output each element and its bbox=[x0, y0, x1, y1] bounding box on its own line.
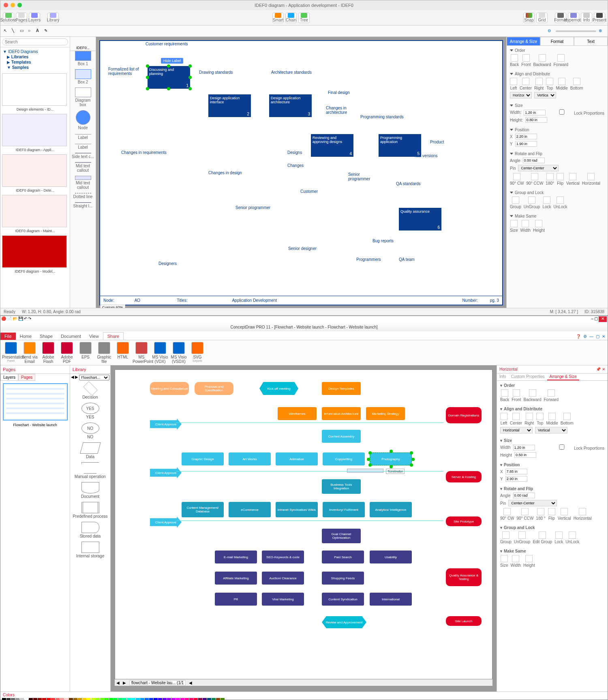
order-icon[interactable] bbox=[539, 54, 546, 62]
color-swatch[interactable] bbox=[78, 698, 82, 700]
same-icon[interactable] bbox=[512, 555, 519, 562]
canvas[interactable]: Discussing and planning1Design applicati… bbox=[96, 37, 506, 309]
pin-select[interactable]: Center-Center bbox=[518, 165, 559, 171]
thumb[interactable] bbox=[2, 235, 67, 268]
color-swatch[interactable] bbox=[136, 698, 140, 700]
mini-toolbar[interactable] bbox=[347, 469, 383, 473]
tb-chain[interactable]: Chain bbox=[285, 13, 297, 23]
lib-label2[interactable]: Label bbox=[72, 144, 94, 149]
tb-hypernote[interactable]: Hypernote bbox=[568, 13, 579, 23]
color-swatch[interactable] bbox=[64, 698, 69, 700]
flow-node[interactable]: eCommerce bbox=[229, 502, 271, 517]
color-swatch[interactable] bbox=[82, 698, 86, 700]
flow-node[interactable]: PR bbox=[215, 593, 257, 606]
lib-int[interactable]: Internal storage bbox=[70, 540, 110, 560]
angle-input[interactable] bbox=[513, 493, 535, 498]
color-swatch[interactable] bbox=[185, 698, 189, 700]
tab-document[interactable]: Document bbox=[57, 333, 85, 340]
thumb[interactable] bbox=[2, 73, 67, 106]
tab-arrange[interactable]: Arrange & Size bbox=[547, 373, 579, 380]
horizontal-select[interactable]: Horizontal bbox=[510, 92, 532, 98]
flow-node[interactable]: Marketing Strategy bbox=[366, 407, 405, 420]
tab-custom[interactable]: Custom Properties bbox=[509, 373, 547, 380]
color-swatch[interactable] bbox=[73, 698, 77, 700]
color-swatch[interactable] bbox=[113, 698, 118, 700]
lib-manual[interactable]: Manual operation bbox=[70, 461, 110, 480]
qat-icon[interactable]: 💾 bbox=[18, 316, 23, 322]
group-icon[interactable] bbox=[557, 196, 564, 204]
rotate-icon[interactable] bbox=[521, 508, 529, 515]
nav-libraries[interactable]: ▶ Libraries bbox=[3, 54, 67, 60]
h-select[interactable]: Horizontal bbox=[500, 427, 533, 433]
tab-share[interactable]: Share bbox=[103, 332, 124, 340]
color-swatch[interactable] bbox=[189, 698, 193, 700]
ribbon-eps[interactable]: EPS bbox=[77, 342, 94, 363]
rotate-icon[interactable] bbox=[557, 173, 564, 180]
group-icon[interactable] bbox=[539, 531, 546, 539]
flow-node[interactable]: Inventory/ Fulfilment bbox=[323, 502, 365, 517]
flow-node[interactable]: Meeting and Consultation bbox=[150, 382, 189, 395]
pointer-icon[interactable]: ↖ bbox=[4, 28, 9, 34]
color-swatch[interactable] bbox=[180, 698, 184, 700]
flow-node[interactable]: Shopping Feeds bbox=[322, 572, 364, 585]
milestone[interactable]: Site Prototype bbox=[446, 516, 482, 526]
flow-node[interactable]: Affiliate Marketing bbox=[215, 572, 257, 585]
flow-node[interactable]: Analytics/ Intelligence bbox=[370, 502, 412, 517]
color-swatch[interactable] bbox=[91, 698, 95, 700]
activity-box[interactable]: Quality assurance6 bbox=[399, 208, 441, 230]
tb-snap[interactable]: Snap bbox=[523, 13, 535, 23]
resize-handle[interactable] bbox=[146, 64, 149, 68]
lock-proportions[interactable] bbox=[551, 109, 573, 115]
flow-node-selected[interactable]: Photography bbox=[370, 452, 412, 465]
flow-node[interactable]: Wireframes bbox=[278, 407, 317, 420]
flow-node[interactable]: Business Tools Integration bbox=[322, 479, 361, 494]
rotate-icon[interactable] bbox=[561, 508, 568, 515]
lib-yes[interactable]: YESYES bbox=[70, 401, 110, 421]
color-swatch[interactable] bbox=[69, 698, 73, 700]
color-swatch[interactable] bbox=[145, 698, 149, 700]
flow-node[interactable]: E-mail Marketing bbox=[215, 551, 257, 563]
color-swatch[interactable] bbox=[100, 698, 104, 700]
lib-side[interactable]: Side text c... bbox=[72, 153, 94, 159]
align-icon[interactable] bbox=[563, 413, 571, 420]
same-icon[interactable] bbox=[522, 220, 529, 227]
milestone[interactable]: Server & Hosting bbox=[446, 471, 482, 482]
color-swatch[interactable] bbox=[2, 698, 6, 700]
qat-icon[interactable]: 📄 bbox=[7, 316, 12, 322]
color-swatch[interactable] bbox=[167, 698, 171, 700]
y-input[interactable] bbox=[505, 476, 527, 482]
rotate-icon[interactable] bbox=[569, 173, 576, 180]
tb-info[interactable]: Info bbox=[581, 13, 592, 23]
search-input[interactable] bbox=[2, 38, 68, 45]
color-swatch[interactable] bbox=[20, 698, 24, 700]
flow-node[interactable]: Proposal and Specification bbox=[195, 382, 233, 395]
lib-data[interactable]: Data bbox=[70, 441, 110, 461]
flow-node[interactable]: Goal Channel Optimization bbox=[322, 529, 361, 543]
color-swatch[interactable] bbox=[149, 698, 153, 700]
close-button[interactable]: ✕ bbox=[599, 316, 607, 322]
group-icon[interactable] bbox=[512, 196, 519, 204]
ribbon-ms-powerpoint[interactable]: MS PowerPoint bbox=[133, 342, 150, 363]
ribbon-svg[interactable]: SVGExports bbox=[188, 342, 206, 363]
zoom-in-icon[interactable]: ⊕ bbox=[599, 28, 604, 34]
tb-library[interactable]: Library bbox=[47, 13, 59, 23]
lib-label[interactable]: Label bbox=[72, 134, 94, 140]
width-input[interactable] bbox=[524, 110, 546, 115]
rotate-icon[interactable] bbox=[548, 508, 555, 515]
color-swatch[interactable] bbox=[122, 698, 126, 700]
client-approve[interactable]: Client Approve bbox=[150, 418, 182, 430]
rotate-icon[interactable] bbox=[537, 508, 544, 515]
rotate-icon[interactable] bbox=[513, 173, 520, 180]
lib-no[interactable]: NONO bbox=[70, 421, 110, 441]
y-input[interactable] bbox=[515, 141, 537, 147]
align-icon[interactable] bbox=[546, 78, 553, 85]
canvas[interactable]: Meeting and ConsultationProposal and Spe… bbox=[111, 365, 497, 691]
v-select[interactable]: Vertical bbox=[535, 427, 567, 433]
color-swatch[interactable] bbox=[221, 698, 225, 700]
order-icon[interactable] bbox=[529, 389, 536, 397]
rotate-icon[interactable] bbox=[546, 173, 554, 180]
align-icon[interactable] bbox=[536, 413, 544, 420]
color-swatch[interactable] bbox=[6, 698, 11, 700]
order-icon[interactable] bbox=[513, 389, 520, 397]
resize-handle[interactable] bbox=[188, 64, 192, 68]
